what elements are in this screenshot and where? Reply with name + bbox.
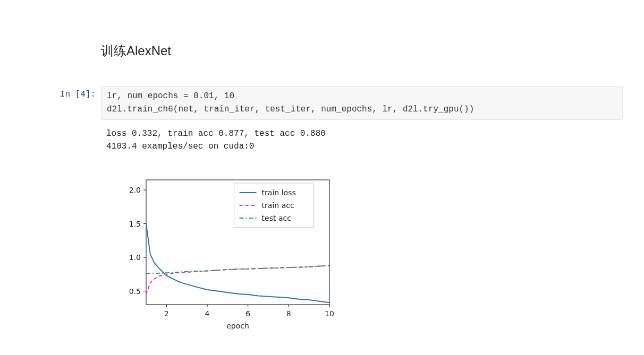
series-train-loss: [146, 224, 329, 303]
x-tick-label: 4: [205, 309, 210, 318]
input-prompt: In [4]:: [43, 86, 101, 120]
output-cell: loss 0.332, train acc 0.877, test acc 0.…: [43, 120, 623, 154]
training-plot: 0.51.01.52.0246810epochtrain losstrain a…: [106, 175, 623, 334]
x-tick-label: 6: [245, 309, 250, 318]
y-tick-label: 1.5: [129, 220, 141, 228]
x-tick-label: 10: [325, 309, 334, 318]
legend-label: train acc: [262, 201, 294, 210]
x-axis-label: epoch: [226, 322, 249, 330]
output-prompt: [43, 120, 101, 154]
section-title: 训练AlexNet: [101, 42, 623, 59]
y-tick-label: 2.0: [129, 186, 141, 194]
x-tick-label: 2: [164, 309, 169, 318]
y-tick-label: 1.0: [129, 253, 141, 262]
stdout-output: loss 0.332, train acc 0.877, test acc 0.…: [101, 120, 623, 154]
x-tick-label: 8: [286, 309, 291, 318]
y-tick-label: 0.5: [129, 287, 141, 296]
series-test-acc: [146, 266, 329, 274]
legend-label: test acc: [262, 214, 291, 222]
series-train-acc: [146, 266, 329, 295]
legend-label: train loss: [262, 188, 296, 197]
code-cell: In [4]: lr, num_epochs = 0.01, 10 d2l.tr…: [43, 86, 623, 120]
code-input[interactable]: lr, num_epochs = 0.01, 10 d2l.train_ch6(…: [101, 86, 623, 120]
